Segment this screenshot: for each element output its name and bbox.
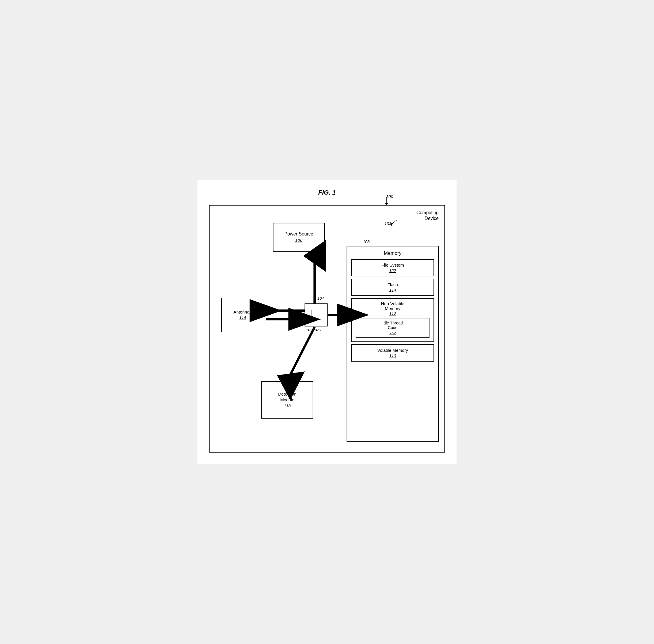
- ref-102-arrow: [388, 218, 400, 227]
- ref-108: 108: [363, 239, 370, 244]
- antennae-box: Antennae 116: [221, 298, 264, 332]
- non-volatile-box: Non-VolatileMemory 112 Idle ThreadCode 1…: [351, 298, 434, 342]
- cpu-inner-box: [311, 310, 321, 320]
- detection-box: DetectionModule 118: [261, 381, 313, 419]
- antennae-number: 116: [239, 316, 246, 320]
- memory-title: Memory: [347, 250, 438, 256]
- non-volatile-title: Non-VolatileMemory: [354, 301, 431, 311]
- volatile-memory-title: Volatile Memory: [354, 348, 431, 353]
- volatile-memory-number: 110: [354, 353, 431, 358]
- cpu-area: [305, 303, 328, 326]
- file-system-number: 122: [354, 268, 431, 273]
- page: FIG. 1 100 ComputingDevice 102 Power Sou…: [197, 180, 457, 464]
- figure-title: FIG. 1: [209, 189, 445, 196]
- non-volatile-number: 112: [354, 312, 431, 316]
- file-system-title: File System: [354, 262, 431, 268]
- detection-number: 118: [284, 404, 290, 408]
- power-source-number: 106: [295, 238, 302, 243]
- file-system-box: File System 122: [351, 259, 434, 276]
- idle-thread-box: Idle ThreadCode 152: [356, 318, 429, 338]
- flash-box: Flash 114: [351, 279, 434, 296]
- power-source-box: Power Source 106: [273, 223, 325, 252]
- computing-device-label: ComputingDevice: [417, 210, 439, 222]
- ref-100-arrow: [382, 197, 391, 206]
- detection-title: DetectionModule: [278, 391, 296, 402]
- idle-thread-number: 152: [358, 331, 427, 335]
- flash-number: 114: [354, 288, 431, 293]
- idle-thread-title: Idle ThreadCode: [358, 321, 427, 330]
- ref-105: 105/CPU: [306, 328, 321, 332]
- ref-104: 104: [318, 296, 324, 301]
- antennae-title: Antennae: [233, 309, 252, 314]
- cpu-label: CPU: [313, 328, 321, 332]
- power-source-title: Power Source: [284, 231, 313, 237]
- memory-block: Memory File System 122 Flash 114 Non-Vol…: [347, 246, 439, 442]
- svg-marker-3: [390, 223, 393, 226]
- cpu-outer-box: [305, 303, 328, 326]
- volatile-memory-box: Volatile Memory 110: [351, 344, 434, 362]
- main-diagram: ComputingDevice 102 Power Source 106 108…: [209, 205, 445, 453]
- svg-line-16: [287, 327, 314, 381]
- flash-title: Flash: [354, 282, 431, 287]
